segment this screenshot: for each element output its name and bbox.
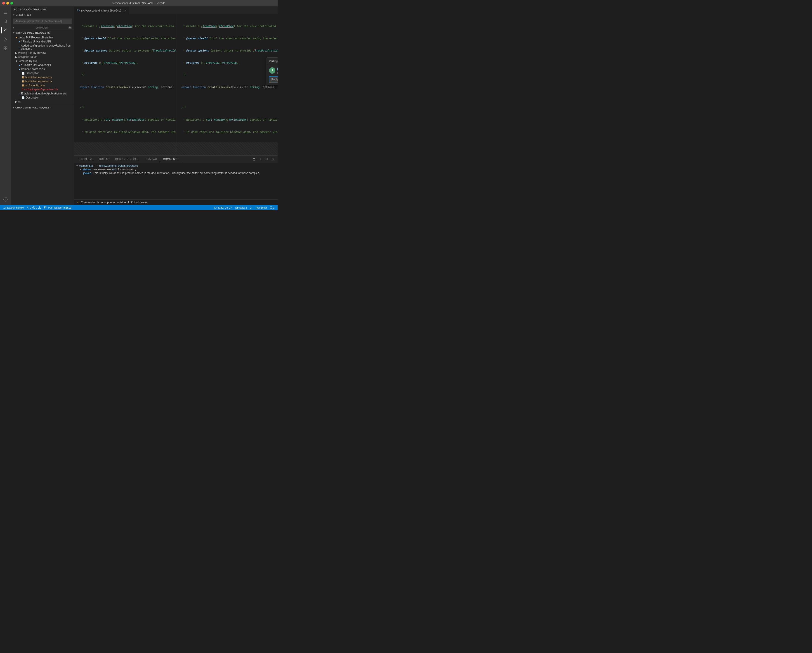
sidebar: SOURCE CONTROL: GIT ▼ VSCODE GIT ▶ CHANG… xyxy=(11,6,74,205)
panel-collapse-up-button[interactable]: ∧ xyxy=(258,157,263,162)
pr-status[interactable]: Pull Request #52812 xyxy=(43,205,73,210)
tab-size-status[interactable]: Tab Size: 2 xyxy=(233,205,248,210)
modified-icon-3: M xyxy=(22,84,24,87)
panel-close-button[interactable]: × xyxy=(270,157,276,162)
pr-item-compilation-ts[interactable]: M build/lib/compilation.ts xyxy=(11,79,74,84)
changes-badge: 0 xyxy=(68,26,72,29)
explorer-activity-icon[interactable] xyxy=(2,8,9,16)
minimize-button[interactable] xyxy=(6,2,9,5)
pr-item-compile[interactable]: ● Compile down to es6 xyxy=(11,67,74,71)
comment-reply-input[interactable]: Reply... xyxy=(269,76,278,83)
modified-icon-1: M xyxy=(22,76,24,79)
tab-output[interactable]: OUTPUT xyxy=(96,156,113,162)
svg-point-21 xyxy=(46,207,46,207)
person-icon-1: ● xyxy=(18,40,20,43)
line-col-status[interactable]: Ln 6180, Col 27 xyxy=(213,205,233,210)
tab-close-icon[interactable]: × xyxy=(124,9,126,12)
encoding-status[interactable]: LF xyxy=(248,205,254,210)
changes-in-pr-header[interactable]: ▶ CHANGES IN PULL REQUEST xyxy=(13,105,72,110)
code-line: * @returns a [TreeView](#TreeView). xyxy=(74,61,176,65)
comment-popup-body: J jrieken use lower-case url for consist… xyxy=(267,65,278,85)
code-line: * Registers a [Uri handler](#UriHandler)… xyxy=(176,118,278,122)
error-icon xyxy=(32,206,35,209)
branch-status[interactable]: ⎇ joao/uri-handler xyxy=(2,205,26,210)
comment-entry-1: ▼ vscode.d.ts — review:commit~99ae54c0/s… xyxy=(76,164,276,176)
local-branches-item[interactable]: ▼ Local Pull Request Branches xyxy=(11,35,74,40)
right-editor-pane[interactable]: * Create a [TreeView](#TreeView) for the… xyxy=(176,14,278,155)
pr-description-label-2: Description xyxy=(26,96,39,99)
notifications-status[interactable]: 1 xyxy=(268,205,276,210)
tab-terminal[interactable]: TERMINAL xyxy=(141,156,160,162)
pr-item-app-menu[interactable]: ○ Enable contributable Application menu xyxy=(11,91,74,96)
assigned-to-me-label: Assigned To Me xyxy=(18,55,37,58)
svg-point-0 xyxy=(4,20,6,22)
github-pr-header[interactable]: ▼ GITHUB PULL REQUESTS xyxy=(11,30,74,35)
warning-count: 0 xyxy=(36,206,37,209)
panel-controls: ⊡ ∧ ⧉ × xyxy=(251,157,276,162)
changes-label: CHANGES xyxy=(35,26,48,29)
panel-split-button[interactable]: ⧉ xyxy=(264,157,269,162)
person-icon-3: ● xyxy=(18,68,20,70)
participants-label: Participants: @jrieken xyxy=(269,59,278,63)
debug-activity-icon[interactable] xyxy=(2,35,9,43)
comment-file-1: vscode.d.ts xyxy=(79,164,93,167)
commit-message-input[interactable] xyxy=(13,18,72,24)
waiting-for-review-item[interactable]: ▶ Waiting For My Review xyxy=(11,51,74,55)
pr-item-finalize-2[interactable]: ● * Finalize UriHandler API xyxy=(11,63,74,67)
all-item[interactable]: ▶ All xyxy=(11,100,74,104)
sidebar-header: SOURCE CONTROL: GIT xyxy=(11,6,74,13)
thread-author-2: jrieken xyxy=(83,172,91,175)
comment-row: J jrieken use lower-case url for consist… xyxy=(269,67,278,74)
warning-text: Commenting is not supported outside of d… xyxy=(81,201,148,204)
pr-file-compilation-ts: build/lib/compilation.ts xyxy=(25,80,52,83)
code-line xyxy=(176,142,278,155)
tab-label: src/vs/vscode.d.ts from 99ae54c0 xyxy=(81,9,122,12)
bottom-panel-content[interactable]: ▼ vscode.d.ts — review:commit~99ae54c0/s… xyxy=(74,163,278,199)
tab-debug-console[interactable]: DEBUG CONSOLE xyxy=(113,156,141,162)
file-icon-2: 📄 xyxy=(22,96,25,99)
pr-item-description-1[interactable]: 📄 Description xyxy=(11,71,74,75)
close-button[interactable] xyxy=(2,2,5,5)
code-line: * @param viewId Id of the view contribut… xyxy=(74,37,176,41)
maximize-button[interactable] xyxy=(11,2,13,5)
comment-popup-header: Participants: @jrieken ∧ xyxy=(267,58,278,65)
tab-problems[interactable]: PROBLEMS xyxy=(76,156,96,162)
pr-item-tsconfig[interactable]: M src/tsconfig.json xyxy=(11,84,74,87)
thread-code-1: url xyxy=(111,168,118,171)
comment-avatar: J xyxy=(269,67,275,74)
bell-icon xyxy=(270,206,272,209)
created-by-me-label: Created By Me xyxy=(19,59,37,62)
entry-chevron-1: ▼ xyxy=(76,165,78,167)
settings-activity-icon[interactable] xyxy=(2,195,9,203)
pr-item-compilation-js[interactable]: M build/lib/compilation.js xyxy=(11,75,74,79)
svg-point-2 xyxy=(4,29,5,30)
title-bar: src/vs/vscode.d.ts from 99ae54c0 — vscod… xyxy=(0,0,278,6)
pr-item-finalize[interactable]: ● * Finalize UriHandler API xyxy=(11,40,74,44)
created-by-me-item[interactable]: ▼ Created By Me xyxy=(11,59,74,63)
pr-label: Pull Request #52812 xyxy=(48,206,71,209)
svg-point-3 xyxy=(4,31,5,32)
commit-input-area xyxy=(11,17,74,25)
sync-status[interactable]: ↻ 0 0 xyxy=(26,205,42,210)
pr-item-description-2[interactable]: 📄 Description xyxy=(11,96,74,100)
language-status[interactable]: TypeScript xyxy=(254,205,268,210)
pr-item-es6-promise[interactable]: D src/typings/es6-promise.d.ts xyxy=(11,87,74,91)
assigned-to-me-item[interactable]: ▶ Assigned To Me xyxy=(11,55,74,59)
pr-description-label-1: Description xyxy=(26,72,39,75)
comment-entry-header[interactable]: ▼ vscode.d.ts — review:commit~99ae54c0/s… xyxy=(76,164,276,167)
folder-icon: ▼ xyxy=(15,36,18,39)
source-control-activity-icon[interactable] xyxy=(2,26,9,34)
warning-bar: ⚠ Commenting is not supported outside of… xyxy=(74,199,278,205)
tab-comments[interactable]: COMMENTS xyxy=(160,156,181,162)
panel-maximize-button[interactable]: ⊡ xyxy=(251,157,257,162)
editor-tab-vscode-dts[interactable]: TS src/vs/vscode.d.ts from 99ae54c0 × xyxy=(74,6,129,14)
vscode-git-section[interactable]: ▼ VSCODE GIT xyxy=(11,13,74,17)
svg-marker-5 xyxy=(4,38,7,41)
search-activity-icon[interactable] xyxy=(2,17,9,25)
thread-header-1[interactable]: ▼ jrieken use lower-case url for consist… xyxy=(79,168,276,171)
source-control-panel[interactable]: ▼ VSCODE GIT ▶ CHANGES 0 ▼ GITHUB PULL R… xyxy=(11,13,74,205)
pr-item-config[interactable]: ○ Added config option to sync+Rebase fro… xyxy=(11,44,74,51)
extensions-activity-icon[interactable] xyxy=(2,44,9,52)
left-editor-pane[interactable]: * Create a [TreeView](#TreeView) for the… xyxy=(74,14,176,155)
comment-popup: Participants: @jrieken ∧ J jrieken use l… xyxy=(267,57,278,85)
